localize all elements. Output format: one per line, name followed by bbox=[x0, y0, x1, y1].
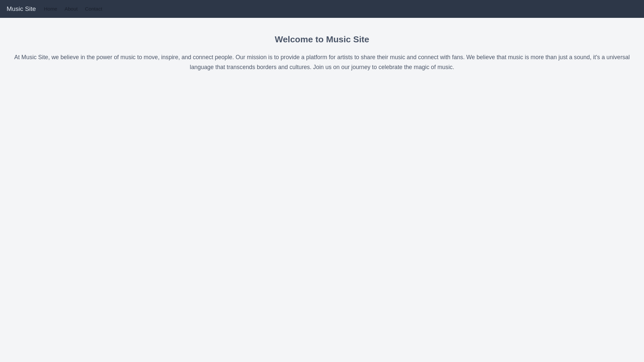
navbar: Music Site Home About Contact bbox=[0, 0, 644, 18]
nav-item-home[interactable]: Home bbox=[44, 6, 58, 12]
nav-links: Home About Contact bbox=[44, 6, 103, 12]
page-title: Welcome to Music Site bbox=[7, 34, 637, 45]
nav-link-contact[interactable]: Contact bbox=[85, 6, 102, 12]
main-content: Welcome to Music Site At Music Site, we … bbox=[0, 18, 644, 79]
nav-logo: Music Site bbox=[7, 5, 36, 13]
nav-item-contact[interactable]: Contact bbox=[85, 6, 102, 12]
nav-link-about[interactable]: About bbox=[65, 6, 78, 12]
page-description: At Music Site, we believe in the power o… bbox=[7, 53, 637, 72]
nav-link-home[interactable]: Home bbox=[44, 6, 58, 12]
nav-item-about[interactable]: About bbox=[65, 6, 78, 12]
